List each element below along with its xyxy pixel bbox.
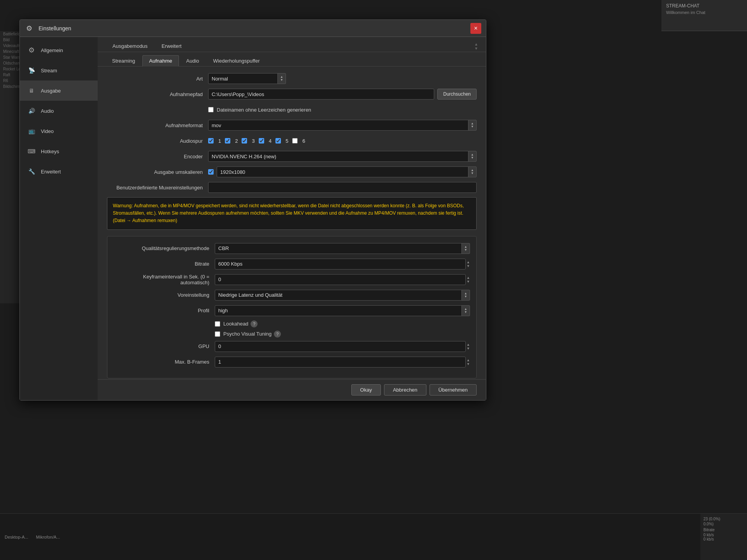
track-item-3: 3 [242, 138, 254, 144]
input-bframes[interactable] [215, 357, 466, 368]
select-arrows-preset: ▲ ▼ [461, 290, 470, 301]
nav-label-erweitert: Erweitert [41, 169, 61, 175]
checkbox-track-1[interactable] [208, 138, 214, 144]
control-preset: Niedrige Latenz und Qualität Niedrige La… [215, 290, 470, 301]
form-row-gpu: GPU ▲ ▼ [114, 341, 470, 352]
label-keyframe: Keyframeintervall in Sek. (0 = automatis… [114, 274, 215, 285]
tab-audio[interactable]: Audio [180, 55, 206, 66]
form-row-audiospur: Audiospur 1 2 [107, 135, 477, 147]
ausgabe-icon: 🖥 [26, 85, 37, 96]
tab-ausgabemodus[interactable]: Ausgabemodus [105, 41, 154, 52]
form-row-nospaces: Dateinamen ohne Leerzeichen generieren [107, 104, 477, 116]
track-label-5: 5 [286, 138, 288, 144]
nav-item-video[interactable]: 📺 Video [20, 121, 98, 141]
select-preset[interactable]: Niedrige Latenz und Qualität Niedrige La… [215, 290, 470, 301]
keyframe-arrow-up[interactable]: ▲ [466, 276, 470, 280]
bottom-stat-bitrate-label: Bitrate [703, 528, 744, 532]
nav-item-stream[interactable]: 📡 Stream [20, 60, 98, 80]
label-format: Aufnahmeformat [107, 122, 208, 128]
nav-item-allgemein[interactable]: ⚙ Allgemein [20, 40, 98, 60]
nav-label-allgemein: Allgemein [41, 47, 63, 53]
select-arrows-profile: ▲ ▼ [461, 305, 470, 316]
nav-item-hotkeys[interactable]: ⌨ Hotkeys [20, 141, 98, 161]
label-nospaces[interactable]: Dateinamen ohne Leerzeichen generieren [217, 107, 311, 113]
tab-aufnahme[interactable]: Aufnahme [142, 55, 179, 66]
checkbox-track-2[interactable] [225, 138, 230, 144]
bottom-stat-1: 23 (0.0%) [703, 517, 744, 521]
select-scale[interactable]: 1920x1080 1280x720 854x480 [217, 166, 477, 177]
label-art: Art [107, 76, 208, 82]
apply-button[interactable]: Übernehmen [430, 384, 477, 396]
checkbox-nospaces[interactable] [208, 107, 214, 112]
tab-erweitert-mode[interactable]: Erweitert [154, 41, 188, 52]
nav-label-audio: Audio [41, 108, 54, 114]
nav-item-ausgabe[interactable]: 🖥 Ausgabe [20, 80, 98, 101]
control-audiospur: 1 2 3 4 [208, 138, 477, 144]
track-item-4: 4 [259, 138, 272, 144]
bframes-arrow-down[interactable]: ▼ [466, 362, 470, 366]
form-row-format: Aufnahmeformat mov mp4 mkv flv ▲ ▼ [107, 119, 477, 131]
arrow-down-profile: ▼ [464, 311, 467, 314]
form-row-mux: Benutzerdefinierte Muxereinstellungen [107, 182, 477, 193]
form-row-profile: Profil high main baseline ▲ ▼ [114, 305, 470, 317]
label-lookahead[interactable]: Lookahead [223, 321, 248, 327]
browse-button[interactable]: Durchsuchen [437, 89, 477, 100]
select-wrap-preset: Niedrige Latenz und Qualität Niedrige La… [215, 290, 470, 301]
select-encoder[interactable]: NVIDIA NVENC H.264 (new) [208, 151, 477, 162]
control-gpu: ▲ ▼ [215, 341, 470, 352]
dialog-close-button[interactable]: × [470, 23, 481, 34]
bitrate-arrow-up[interactable]: ▲ [466, 260, 470, 264]
select-arrows-scale: ▲ ▼ [468, 166, 477, 177]
checkbox-scale[interactable] [208, 169, 214, 175]
bottom-stats: 23 (0.0%) 0.0%) Bitrate 0 kb/s 0 kb/s [700, 514, 747, 560]
gpu-arrow-up[interactable]: ▲ [466, 343, 470, 346]
select-quality[interactable]: CBR VBR CQP [215, 243, 470, 254]
checkbox-lookahead[interactable] [215, 321, 220, 327]
keyframe-arrow-down[interactable]: ▼ [466, 280, 470, 284]
label-audiospur: Audiospur [107, 138, 208, 144]
select-wrap-art: Normal ▲ ▼ [208, 73, 286, 84]
stream-icon: 📡 [26, 65, 37, 76]
cancel-button[interactable]: Abbrechen [384, 384, 426, 396]
input-gpu[interactable] [215, 341, 466, 352]
select-profile[interactable]: high main baseline [215, 305, 470, 316]
okay-button[interactable]: Okay [351, 384, 381, 396]
gpu-arrow-down[interactable]: ▼ [466, 346, 470, 350]
checkbox-track-6[interactable] [292, 138, 298, 144]
form-row-path: Aufnahmepfad Durchsuchen [107, 88, 477, 100]
checkbox-track-3[interactable] [242, 138, 247, 144]
input-bitrate[interactable] [215, 259, 466, 270]
help-icon-lookahead[interactable]: ? [251, 320, 258, 327]
nav-item-erweitert[interactable]: 🔧 Erweitert [20, 161, 98, 182]
select-format[interactable]: mov mp4 mkv flv [208, 120, 477, 131]
video-icon: 📺 [26, 126, 37, 136]
path-wrap: Durchsuchen [208, 89, 477, 100]
select-art[interactable]: Normal [208, 73, 286, 84]
input-keyframe[interactable] [215, 274, 466, 285]
tab-streaming[interactable]: Streaming [105, 55, 142, 66]
allgemein-icon: ⚙ [26, 45, 37, 56]
control-scale: 1920x1080 1280x720 854x480 ▲ ▼ [208, 166, 477, 177]
bframes-arrow-up[interactable]: ▲ [466, 358, 470, 362]
checkbox-track-5[interactable] [275, 138, 281, 144]
bitrate-arrow-down[interactable]: ▼ [466, 264, 470, 268]
form-row-scale: Ausgabe umskalieren 1920x1080 1280x720 8… [107, 166, 477, 178]
checkbox-psycho[interactable] [215, 331, 220, 337]
label-preset: Voreinstellung [114, 292, 215, 298]
control-format: mov mp4 mkv flv ▲ ▼ [208, 120, 477, 131]
label-bitrate: Bitrate [114, 261, 215, 267]
path-input[interactable] [208, 89, 434, 100]
track-item-5: 5 [275, 138, 288, 144]
tab-wiederholungspuffer[interactable]: Wiederholungspuffer [207, 55, 267, 66]
dialog-footer: Okay Abbrechen Übernehmen [98, 379, 486, 400]
nav-item-audio[interactable]: 🔊 Audio [20, 101, 98, 121]
label-psycho[interactable]: Psycho Visual Tuning [223, 331, 272, 337]
nav-label-ausgabe: Ausgabe [41, 88, 61, 94]
control-art: Normal ▲ ▼ [208, 73, 477, 84]
input-mux[interactable] [208, 182, 477, 193]
help-icon-psycho[interactable]: ? [274, 331, 281, 338]
control-profile: high main baseline ▲ ▼ [215, 305, 470, 316]
nav-label-stream: Stream [41, 68, 57, 74]
checkbox-track-4[interactable] [259, 138, 264, 144]
arrow-down-scale: ▼ [471, 172, 474, 175]
